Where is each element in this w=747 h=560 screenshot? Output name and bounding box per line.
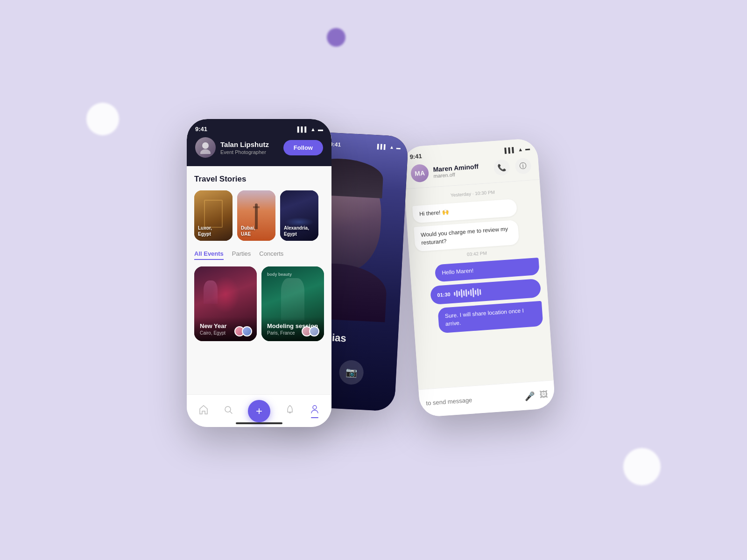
tab-parties[interactable]: Parties — [232, 250, 251, 260]
wave-bar — [472, 288, 474, 297]
wifi-icon: ▲ — [518, 146, 523, 152]
msg-bubble-sent-1: Hello Maren! — [435, 258, 540, 282]
nav-profile-icon[interactable] — [310, 404, 320, 418]
bg-decoration-white1 — [86, 103, 119, 135]
profile-text: Talan Lipshutz Event Photographer — [220, 140, 269, 155]
story-card-alexandria[interactable]: Alexandria, Egypt — [280, 190, 318, 241]
phone-call-icon[interactable]: 📞 — [493, 159, 510, 176]
story-card-dubai[interactable]: Dubai, UAE — [237, 190, 275, 241]
nav-search-icon[interactable] — [223, 405, 233, 417]
call-wifi-icon: ▲ — [389, 145, 394, 150]
profile-role: Event Photographer — [220, 149, 269, 155]
wave-bar — [470, 289, 472, 296]
main-signal-icon: ▌▌▌ — [297, 126, 308, 132]
avatar-placeholder — [195, 137, 216, 158]
newyear-attendees — [234, 326, 252, 336]
wave-bar — [468, 291, 470, 295]
wave-bar — [454, 292, 456, 296]
wave-bar — [475, 290, 477, 295]
events-tabs: All Events Parties Concerts — [194, 250, 324, 260]
burj-base — [253, 206, 260, 208]
model-silhouette — [281, 278, 304, 320]
main-battery-icon: ▬ — [318, 126, 323, 132]
msg-bubble-received-2: Would you charge me to review my restura… — [414, 220, 519, 252]
profile-avatar — [195, 137, 216, 158]
camera-toggle-button[interactable]: 📷 — [338, 360, 364, 385]
nav-notifications-icon[interactable] — [285, 405, 295, 417]
avatar-person-icon — [199, 141, 212, 154]
msg-contact-text: Maren Aminoff maren.off — [433, 162, 479, 179]
msg-contact-info: MA Maren Aminoff maren.off — [410, 160, 479, 182]
event-card-newyear[interactable]: New Year Cairo, Egypt — [194, 266, 257, 341]
wave-bar — [463, 290, 465, 296]
info-icon[interactable]: ⓘ — [514, 158, 531, 175]
home-indicator — [236, 422, 282, 424]
msg-input-area[interactable]: 🎤 🖼 — [418, 380, 555, 417]
story-architecture — [204, 200, 223, 228]
phone-messaging: 9:41 ▌▌▌ ▲ ▬ MA Maren Aminoff maren.off … — [402, 138, 556, 418]
bg-decoration-purple — [327, 28, 345, 47]
phones-container: 9:41 ▌▌▌ ▲ ▬ MA Maren Aminoff maren.off … — [163, 82, 584, 478]
story-dubai-label: Dubai, UAE — [241, 225, 255, 237]
wave-bar — [479, 289, 481, 295]
profile-info: Talan Lipshutz Event Photographer — [195, 137, 269, 158]
story-luxor-label: Luxor, Egypt — [198, 225, 212, 237]
call-signal-icon: ▌▌▌ — [377, 144, 388, 149]
svg-point-0 — [202, 142, 209, 149]
wave-bar — [461, 289, 463, 298]
nav-active-indicator — [311, 417, 318, 418]
nav-home-icon[interactable] — [198, 405, 209, 417]
stories-section-title: Travel Stories — [194, 175, 324, 184]
msg-avatar: MA — [410, 164, 430, 183]
main-wifi-icon: ▲ — [310, 126, 316, 132]
svg-line-3 — [230, 412, 233, 414]
story-alexandria-label: Alexandria, Egypt — [284, 225, 309, 237]
signal-icon: ▌▌▌ — [504, 147, 515, 153]
stories-row: Luxor, Egypt Dubai, UAE — [194, 190, 324, 241]
msg-input[interactable] — [426, 393, 521, 406]
main-status-icons: ▌▌▌ ▲ ▬ — [297, 126, 323, 132]
profile-row: Talan Lipshutz Event Photographer Follow — [195, 137, 323, 158]
microphone-icon[interactable]: 🎤 — [524, 391, 535, 401]
msg-status-time: 9:41 — [409, 153, 422, 161]
attendee-avatar-2 — [242, 326, 252, 336]
msg-body: Yesterday · 10:30 PM Hi there! 🙌 Would y… — [404, 180, 553, 385]
msg-header-info: MA Maren Aminoff maren.off 📞 ⓘ — [410, 157, 532, 183]
profile-name: Talan Lipshutz — [220, 140, 269, 148]
svg-point-1 — [200, 149, 211, 154]
call-battery-icon: ▬ — [396, 145, 401, 150]
attendee-avatar-4 — [309, 326, 319, 336]
msg-date-label: Yesterday · 10:30 PM — [411, 187, 534, 200]
story-card-luxor[interactable]: Luxor, Egypt — [194, 190, 233, 241]
wave-bar — [456, 290, 458, 297]
tab-concerts[interactable]: Concerts — [259, 250, 283, 260]
phone-main: 9:41 ▌▌▌ ▲ ▬ — [187, 119, 331, 427]
voice-message: 01:30 — [430, 279, 541, 305]
msg-bubble-sent-2: Sure. I will share location once I arriv… — [438, 301, 543, 333]
nav-add-button[interactable]: + — [248, 400, 270, 422]
main-status-time: 9:41 — [195, 126, 207, 133]
msg-bubble-received-1: Hi there! 🙌 — [412, 199, 517, 223]
battery-icon: ▬ — [525, 146, 530, 152]
events-grid: New Year Cairo, Egypt body beauty — [194, 266, 324, 341]
wave-bar — [465, 289, 467, 297]
msg-status-icons: ▌▌▌ ▲ ▬ — [504, 145, 530, 154]
voice-wave — [454, 284, 535, 299]
main-status-bar: 9:41 ▌▌▌ ▲ ▬ — [195, 126, 323, 133]
event-logo-text: body beauty — [267, 272, 318, 277]
call-status-icons: ▌▌▌ ▲ ▬ — [377, 144, 401, 150]
person-silhouette — [204, 280, 218, 304]
svg-point-4 — [313, 406, 317, 409]
main-header: 9:41 ▌▌▌ ▲ ▬ — [187, 119, 331, 166]
bg-decoration-white2 — [623, 448, 661, 485]
voice-duration: 01:30 — [437, 291, 451, 298]
tab-all-events[interactable]: All Events — [194, 250, 224, 260]
attachment-icon[interactable]: 🖼 — [539, 390, 548, 400]
wave-bar — [477, 288, 479, 296]
main-body: Travel Stories Luxor, Egypt — [187, 166, 331, 413]
msg-header-actions: 📞 ⓘ — [493, 158, 532, 176]
wave-bar — [458, 291, 460, 296]
modeling-attendees — [302, 326, 319, 336]
event-card-modeling[interactable]: body beauty Modeling session Paris, Fran… — [261, 266, 324, 341]
follow-button[interactable]: Follow — [283, 140, 323, 155]
